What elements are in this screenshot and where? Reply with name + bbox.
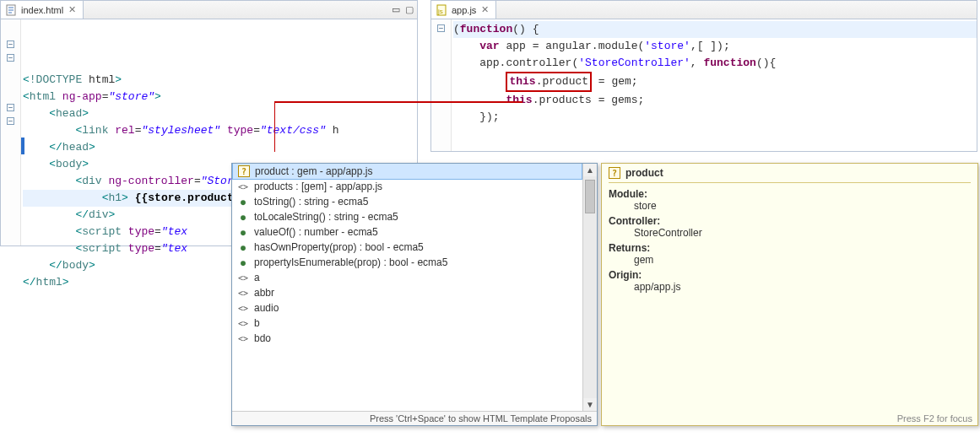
method-icon: ● [237,211,249,223]
tag-icon: <> [237,287,249,299]
completion-item[interactable]: <>abbr [232,285,582,300]
svg-text:js: js [437,8,443,15]
tag-icon: <> [237,181,249,192]
gutter-left[interactable]: − − − − [1,19,21,245]
tag-icon: <> [237,302,249,314]
completion-popup: ?product : gem - app/app.js<>products : … [231,163,598,426]
code-line[interactable]: <head> [23,105,417,122]
editor-pane-right: js app.js ✕ − (function() { var app = an… [430,0,977,152]
code-line[interactable]: <link rel="stylesheet" type="text/css" h [23,122,417,139]
completion-label: product : gem - app/app.js [255,165,372,177]
completion-item[interactable]: ?product : gem - app/app.js [232,164,582,180]
tabbar-left: index.html ✕ ▭ ▢ [1,1,417,19]
tag-icon: <> [237,317,249,329]
completion-item[interactable]: <>products : [gem] - app/app.js [232,179,582,194]
doc-row-label: Origin: [609,269,971,281]
tab-index-html[interactable]: index.html ✕ [1,1,84,19]
doc-row-value: StoreController [609,227,971,239]
completion-label: b [254,317,260,329]
completion-item[interactable]: ●toString() : string - ecma5 [232,194,582,209]
completion-item[interactable]: ●propertyIsEnumerable(prop) : bool - ecm… [232,255,582,270]
completion-hint: Press 'Ctrl+Space' to show HTML Template… [232,411,597,425]
completion-label: propertyIsEnumerable(prop) : bool - ecma… [254,256,447,268]
doc-row-value: gem [609,254,971,266]
fold-icon[interactable]: − [7,40,14,48]
close-icon[interactable]: ✕ [67,4,78,15]
completion-label: hasOwnProperty(prop) : bool - ecma5 [254,241,424,253]
doc-hint: Press F2 for focus [897,413,972,424]
method-icon: ● [237,241,249,253]
code-line[interactable]: (function() { [453,21,977,38]
method-icon: ● [237,256,249,268]
completion-label: valueOf() : number - ecma5 [254,226,378,238]
completion-label: bdo [254,332,271,344]
completion-label: audio [254,302,279,314]
method-icon: ● [237,226,249,238]
tab-app-js[interactable]: js app.js ✕ [431,1,496,19]
tag-icon: <> [237,332,249,344]
tag-icon: <> [237,272,249,283]
fold-icon[interactable]: − [437,24,445,32]
code-line[interactable]: }); [453,109,977,126]
doc-row-value: store [609,200,971,212]
js-file-icon: js [436,4,448,16]
unknown-type-icon: ? [609,167,620,179]
code-line[interactable]: this.product = gem; [453,72,977,92]
completion-list: ?product : gem - app/app.js<>products : … [232,164,597,411]
code-line[interactable]: this.products = gems; [453,92,977,109]
html-file-icon [6,4,18,16]
code-line[interactable]: app.controller('StoreController', functi… [453,55,977,72]
completion-item[interactable]: <>audio [232,300,582,316]
code-area-right[interactable]: − (function() { var app = angular.module… [431,19,977,151]
unknown-icon: ? [238,165,250,177]
fold-icon[interactable]: − [7,54,14,62]
completion-item[interactable]: <>a [232,270,582,285]
maximize-icon[interactable]: ▢ [405,4,414,15]
doc-row-label: Controller: [609,215,971,227]
tab-label: index.html [21,5,63,15]
fold-icon[interactable]: − [7,104,14,111]
completion-label: toLocaleString() : string - ecma5 [254,211,398,223]
code-line[interactable]: </head> [23,139,417,156]
tabbar-right: js app.js ✕ [431,1,977,19]
completion-item[interactable]: <>b [232,316,582,331]
scroll-thumb[interactable] [585,180,595,213]
doc-title-text: product [625,167,663,179]
completion-label: abbr [254,287,274,299]
minimize-icon[interactable]: ▭ [392,4,400,15]
code-line[interactable]: <html ng-app="store"> [23,89,417,105]
method-icon: ● [237,196,249,208]
completion-item[interactable]: ●hasOwnProperty(prop) : bool - ecma5 [232,240,582,255]
code-line[interactable]: <!DOCTYPE html> [23,72,417,89]
doc-row-value: app/app.js [609,281,971,293]
selection-marker [21,138,24,154]
scrollbar[interactable]: ▲ ▼ [582,164,597,411]
doc-title: ? product [609,167,971,183]
doc-popup: ? product Module:storeController:StoreCo… [601,163,978,426]
completion-label: a [254,272,260,283]
completion-item[interactable]: ●valueOf() : number - ecma5 [232,224,582,240]
completion-label: products : [gem] - app/app.js [254,181,382,192]
completion-item[interactable]: <>bdo [232,331,582,346]
fold-icon[interactable]: − [7,117,14,125]
scroll-down-icon[interactable]: ▼ [586,398,594,411]
close-icon[interactable]: ✕ [479,4,490,15]
code-line[interactable]: var app = angular.module('store',[ ]); [453,38,977,55]
completion-label: toString() : string - ecma5 [254,196,368,208]
scroll-up-icon[interactable]: ▲ [586,164,594,176]
tab-label: app.js [452,5,476,15]
doc-row-label: Returns: [609,242,971,254]
doc-row-label: Module: [609,188,971,200]
completion-item[interactable]: ●toLocaleString() : string - ecma5 [232,209,582,224]
gutter-right[interactable]: − [431,19,452,151]
